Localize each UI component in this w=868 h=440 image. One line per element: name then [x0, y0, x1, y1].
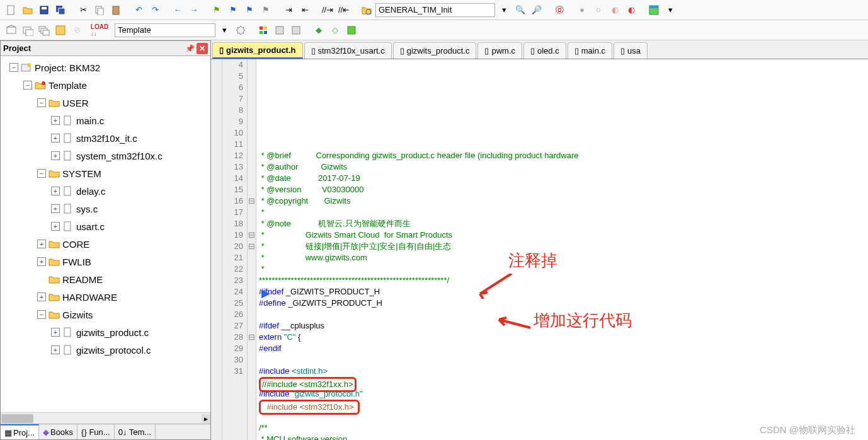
- file-icon: ▯: [219, 45, 224, 55]
- cut-icon[interactable]: ✂: [76, 3, 91, 18]
- bp-killall-icon[interactable]: ◐: [624, 3, 639, 18]
- pack-installer-icon[interactable]: ◆: [311, 23, 326, 38]
- bottom-tab-project[interactable]: ▦Proj...: [1, 424, 39, 439]
- find-dropdown-icon[interactable]: ▾: [496, 3, 511, 18]
- svg-rect-20: [260, 31, 263, 34]
- scroll-thumb[interactable]: [2, 414, 33, 423]
- editor-tab[interactable]: ▯main.c: [568, 42, 612, 59]
- breakpoint-gutter[interactable]: [211, 59, 222, 440]
- project-panel: Project 📌 ✕ −Project: BKM32 −Template −U…: [0, 40, 211, 440]
- tree-folder-hardware[interactable]: +HARDWARE: [1, 288, 210, 306]
- find-in-files-icon[interactable]: [359, 3, 374, 18]
- tree-file[interactable]: +system_stm32f10x.c: [1, 147, 210, 165]
- paste-icon[interactable]: [108, 3, 123, 18]
- bookmark-clear-icon[interactable]: ⚑: [258, 3, 273, 18]
- stop-build-icon[interactable]: ⊘: [69, 23, 84, 38]
- scroll-right-icon[interactable]: ►: [202, 414, 210, 423]
- editor-tab[interactable]: ▯usa: [614, 42, 648, 59]
- target-select[interactable]: [115, 23, 215, 37]
- tree-folder-fwlib[interactable]: +FWLIB: [1, 253, 210, 270]
- pack3-icon[interactable]: [344, 23, 359, 38]
- target-options-icon[interactable]: [233, 23, 248, 38]
- tree-project-root[interactable]: −Project: BKM32: [1, 59, 210, 76]
- editor-tab[interactable]: ▯oled.c: [523, 42, 566, 59]
- svg-rect-21: [264, 31, 267, 34]
- manage-rte-icon[interactable]: [272, 23, 287, 38]
- bookmark-add-icon[interactable]: ⚑: [209, 3, 224, 18]
- bp-enable-icon[interactable]: ○: [591, 3, 606, 18]
- file-ext-icon[interactable]: [256, 23, 271, 38]
- window-layout-icon[interactable]: [646, 3, 661, 18]
- tree-folder-readme[interactable]: README: [1, 270, 210, 288]
- bp-disable-icon[interactable]: ◐: [607, 3, 622, 18]
- pack2-icon[interactable]: ◇: [328, 23, 343, 38]
- tree-target[interactable]: −Template: [1, 76, 210, 94]
- open-file-icon[interactable]: [20, 3, 35, 18]
- find-go-icon[interactable]: 🔍: [513, 3, 528, 18]
- editor-area: ▯gizwits_product.h ▯stm32f10x_usart.c ▯g…: [211, 40, 868, 440]
- editor-tab[interactable]: ▯gizwits_product.h: [212, 42, 303, 59]
- tree-file[interactable]: +stm32f10x_it.c: [1, 129, 210, 147]
- save-icon[interactable]: [37, 3, 52, 18]
- tree-folder-core[interactable]: +CORE: [1, 235, 210, 253]
- rebuild-icon[interactable]: [37, 23, 52, 38]
- tree-folder-user[interactable]: −USER: [1, 94, 210, 112]
- svg-rect-10: [649, 6, 658, 8]
- bottom-tab-books[interactable]: ◆Books: [39, 424, 77, 439]
- project-panel-header: Project 📌 ✕: [1, 41, 210, 56]
- watermark: CSDN @物联网实验社: [760, 424, 855, 436]
- editor-tab[interactable]: ▯gizwits_product.c: [393, 42, 477, 59]
- select-packs-icon[interactable]: [288, 23, 304, 38]
- svg-rect-19: [264, 26, 267, 30]
- redo-icon[interactable]: ↷: [147, 3, 163, 18]
- svg-rect-33: [64, 222, 71, 231]
- tree-file[interactable]: +gizwits_product.c: [1, 323, 210, 341]
- bottom-tab-functions[interactable]: {} Fun...: [77, 424, 115, 439]
- code-editor[interactable]: 4567891011121314151617181920212223242526…: [211, 59, 868, 440]
- save-all-icon[interactable]: [53, 3, 68, 18]
- close-icon[interactable]: ✕: [197, 43, 208, 54]
- tree-file[interactable]: +main.c: [1, 112, 210, 129]
- batch-build-icon[interactable]: [53, 23, 68, 38]
- nav-back-icon[interactable]: ←: [170, 3, 185, 18]
- tree-file[interactable]: +usart.c: [1, 217, 210, 235]
- comment-out-icon[interactable]: //⇤: [336, 3, 351, 18]
- new-file-icon[interactable]: [4, 3, 19, 18]
- indent-icon[interactable]: ⇥: [281, 3, 296, 18]
- nav-fwd-icon[interactable]: →: [186, 3, 202, 18]
- tree-h-scrollbar[interactable]: ◄ ►: [1, 412, 210, 424]
- tree-folder-system[interactable]: −SYSTEM: [1, 165, 210, 182]
- bp-insert-icon[interactable]: ●: [574, 3, 590, 18]
- svg-rect-17: [56, 26, 65, 35]
- find-input[interactable]: [375, 3, 495, 17]
- comment-in-icon[interactable]: //⇥: [320, 3, 335, 18]
- tree-folder-gizwits[interactable]: −Gizwits: [1, 306, 210, 323]
- pin-icon[interactable]: 📌: [184, 43, 195, 54]
- books-tab-icon: ◆: [43, 427, 49, 437]
- target-dropdown-icon[interactable]: ▾: [217, 23, 232, 38]
- bottom-tab-templates[interactable]: 0↓ Tem...: [115, 424, 156, 439]
- project-tree[interactable]: −Project: BKM32 −Template −USER +main.c …: [1, 56, 210, 424]
- tree-file[interactable]: +gizwits_protocol.c: [1, 341, 210, 359]
- bookmark-prev-icon[interactable]: ⚑: [226, 3, 241, 18]
- tree-file[interactable]: +delay.c: [1, 182, 210, 200]
- download-icon[interactable]: LOAD↓↓: [92, 23, 107, 38]
- svg-rect-31: [64, 187, 71, 195]
- svg-rect-29: [64, 134, 71, 142]
- build-toolbar: ⊘ LOAD↓↓ ▾ ◆ ◇: [0, 20, 868, 40]
- tree-file[interactable]: +sys.c: [1, 200, 210, 217]
- bookmark-next-icon[interactable]: ⚑: [242, 3, 257, 18]
- editor-tab[interactable]: ▯stm32f10x_usart.c: [304, 42, 392, 59]
- fold-gutter[interactable]: ⊟⊟⊟⊟: [248, 59, 256, 440]
- editor-tab[interactable]: ▯pwm.c: [477, 42, 522, 59]
- incremental-find-icon[interactable]: 🔎: [529, 3, 544, 18]
- build-icon[interactable]: [20, 23, 35, 38]
- file-icon: ▯: [400, 46, 404, 55]
- translate-icon[interactable]: [4, 23, 19, 38]
- svg-rect-24: [348, 26, 355, 34]
- outdent-icon[interactable]: ⇤: [297, 3, 312, 18]
- copy-icon[interactable]: [92, 3, 107, 18]
- undo-icon[interactable]: ↶: [131, 3, 146, 18]
- config-dropdown-icon[interactable]: ▾: [663, 3, 678, 18]
- debug-run-icon[interactable]: ⓓ: [552, 3, 567, 18]
